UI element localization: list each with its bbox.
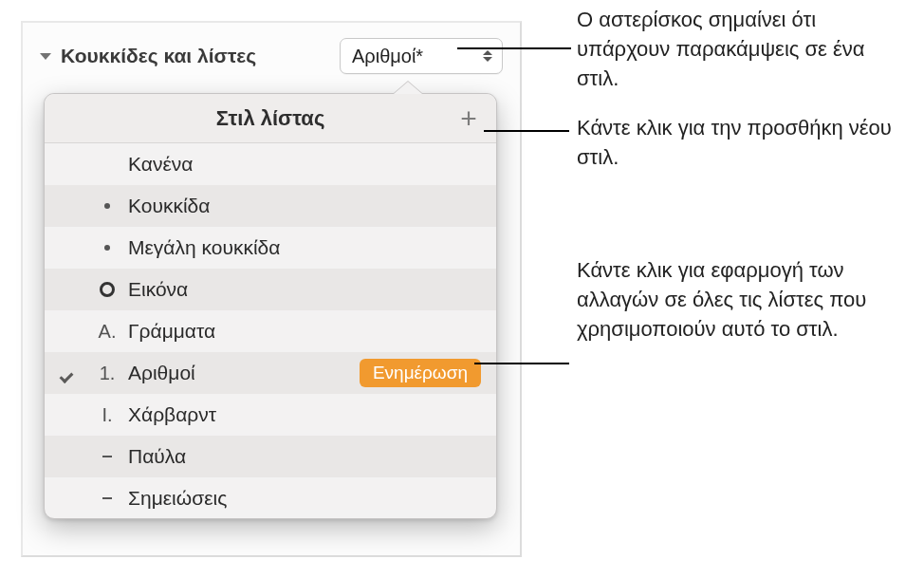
list-item[interactable]: Κουκκίδα (45, 185, 496, 227)
section-title: Κουκκίδες και λίστες (61, 45, 256, 67)
list-marker-icon (86, 456, 128, 457)
list-item[interactable]: Σημειώσεις (45, 477, 496, 518)
list-marker-icon (86, 497, 128, 499)
list-item-label: Εικόνα (128, 278, 481, 301)
disclosure-triangle-icon[interactable] (40, 53, 51, 60)
callout-update: Κάντε κλικ για εφαρμογή των αλλαγών σε ό… (577, 256, 909, 344)
stepper-icon (483, 50, 492, 62)
update-style-button[interactable]: Ενημέρωση (360, 359, 481, 387)
list-item[interactable]: I.Χάρβαρντ (45, 394, 496, 436)
list-style-popover: Στιλ λίστας + ΚανέναΚουκκίδαΜεγάλη κουκκ… (44, 93, 497, 519)
list-item-label: Σημειώσεις (128, 487, 481, 510)
list-item-label: Κουκκίδα (128, 195, 481, 217)
list-item-label: Χάρβαρντ (128, 403, 481, 426)
callout-asterisk: Ο αστερίσκος σημαίνει ότι υπάρχουν παρακ… (577, 6, 909, 93)
callout-line (474, 363, 569, 364)
style-list: ΚανέναΚουκκίδαΜεγάλη κουκκίδαΕικόναA.Γρά… (45, 143, 496, 518)
popover-arrow-icon (394, 82, 422, 94)
list-item[interactable]: 1.ΑριθμοίΕνημέρωση (45, 352, 496, 394)
list-item[interactable]: Μεγάλη κουκκίδα (45, 227, 496, 269)
list-marker-icon (86, 245, 128, 251)
callout-line (484, 130, 569, 132)
list-item[interactable]: Κανένα (45, 143, 496, 185)
list-item-label: Παύλα (128, 445, 481, 468)
list-item-label: Κανένα (128, 153, 481, 176)
list-marker-icon: 1. (86, 363, 128, 384)
list-item[interactable]: Εικόνα (45, 269, 496, 310)
list-item[interactable]: Παύλα (45, 436, 496, 477)
list-item-label: Γράμματα (128, 320, 481, 343)
list-marker-icon (86, 282, 128, 297)
callout-line (457, 47, 571, 49)
add-style-button[interactable]: + (454, 104, 483, 133)
list-item[interactable]: A.Γράμματα (45, 310, 496, 352)
list-item-label: Μεγάλη κουκκίδα (128, 236, 481, 259)
selection-indicator (52, 367, 86, 379)
checkmark-icon (61, 367, 78, 379)
callout-add: Κάντε κλικ για την προσθήκη νέου στιλ. (577, 114, 909, 173)
list-marker-icon: I. (86, 404, 128, 426)
section-header: Κουκκίδες και λίστες Αριθμοί* (40, 38, 503, 74)
list-style-dropdown[interactable]: Αριθμοί* (340, 38, 503, 74)
popover-header: Στιλ λίστας + (45, 94, 496, 143)
list-marker-icon (86, 203, 128, 209)
list-marker-icon: A. (86, 321, 128, 343)
list-item-label: Αριθμοί (128, 362, 360, 384)
popover-title: Στιλ λίστας (216, 106, 325, 131)
